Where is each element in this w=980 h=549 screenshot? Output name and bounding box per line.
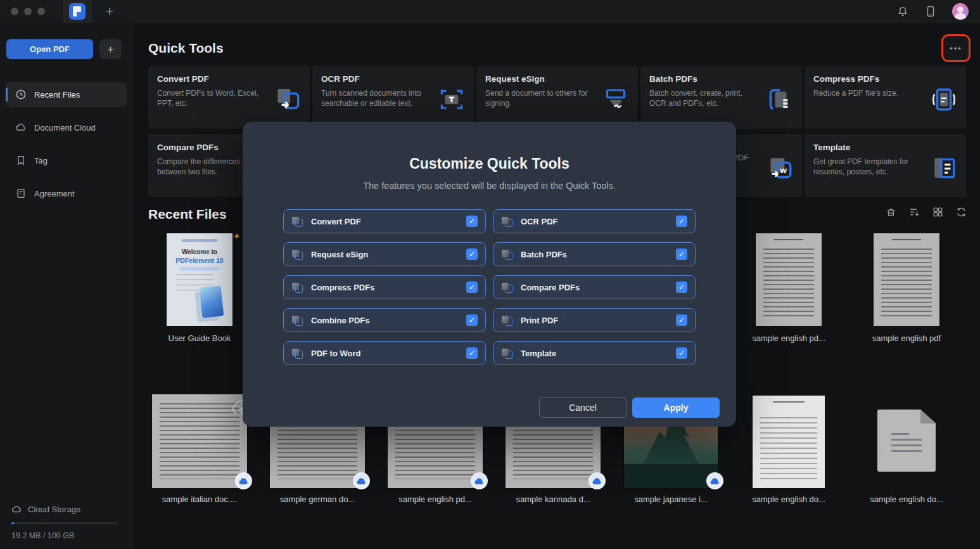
- batch-pdfs-icon: [765, 85, 794, 114]
- file-item[interactable]: sample english do...: [848, 394, 965, 507]
- refresh-icon[interactable]: [955, 205, 968, 219]
- sidebar-nav: Recent Files Document Cloud Tag: [0, 82, 132, 206]
- file-name: sample kannada d...: [497, 494, 609, 504]
- cloud-synced-icon: [589, 472, 606, 489]
- option-pdf-to-word[interactable]: PDF to Word ✓: [283, 341, 486, 365]
- option-request-esign[interactable]: Request eSign ✓: [283, 242, 486, 266]
- apply-button[interactable]: Apply: [632, 397, 720, 418]
- checkbox-checked[interactable]: ✓: [676, 281, 687, 293]
- combine-pdfs-icon: [291, 314, 303, 326]
- card-convert-pdf[interactable]: Convert PDF Convert PDFs to Word, Excel,…: [148, 66, 310, 129]
- customize-quick-tools-dialog: Customize Quick Tools The features you s…: [243, 122, 736, 427]
- file-name: sample italian doc....: [144, 494, 255, 504]
- file-name: sample german do...: [262, 494, 373, 504]
- dialog-subtitle: The features you selected will be displa…: [243, 181, 736, 191]
- notification-bell-icon[interactable]: [896, 5, 909, 18]
- checkbox-checked[interactable]: ✓: [466, 281, 478, 293]
- quick-tools-options: Convert PDF ✓ OCR PDF ✓ Request eSign ✓ …: [283, 209, 696, 365]
- mobile-device-icon[interactable]: [924, 5, 937, 18]
- add-file-button[interactable]: +: [99, 39, 122, 59]
- file-thumbnail: [756, 233, 822, 326]
- guide-cover-logo: [182, 239, 217, 242]
- trash-icon[interactable]: [884, 205, 898, 219]
- option-compress-pdfs[interactable]: Compress PDFs ✓: [283, 275, 486, 299]
- sidebar-item-label: Document Cloud: [34, 123, 96, 132]
- ocr-pdf-icon: [501, 216, 512, 227]
- quick-tools-row-1: Convert PDF Convert PDFs to Word, Excel,…: [148, 66, 966, 129]
- cloud-synced-icon: [353, 472, 370, 489]
- file-name: sample english do...: [733, 494, 844, 504]
- request-esign-icon: [601, 85, 630, 114]
- option-combine-pdfs[interactable]: Combine PDFs ✓: [283, 308, 486, 332]
- cancel-button[interactable]: Cancel: [539, 397, 627, 418]
- option-template[interactable]: Template ✓: [493, 341, 696, 365]
- option-print-pdf[interactable]: Print PDF ✓: [493, 308, 696, 332]
- convert-pdf-icon: [273, 85, 302, 114]
- recent-files-toolbar: [884, 205, 968, 219]
- option-convert-pdf[interactable]: Convert PDF ✓: [283, 209, 486, 233]
- card-compress-pdfs[interactable]: Compress PDFs Reduce a PDF file's size.: [805, 66, 966, 129]
- titlebar: +: [0, 0, 980, 23]
- checkbox-checked[interactable]: ✓: [466, 347, 478, 359]
- zoom-window-button[interactable]: [37, 8, 45, 15]
- file-name: sample english pd...: [733, 333, 844, 343]
- request-esign-icon: [291, 249, 303, 260]
- checkbox-checked[interactable]: ✓: [676, 249, 687, 260]
- cloud-synced-icon: [235, 472, 252, 489]
- checkbox-checked[interactable]: ✓: [466, 216, 478, 227]
- template-icon: [929, 153, 958, 183]
- close-window-button[interactable]: [11, 8, 18, 15]
- checkbox-checked[interactable]: ✓: [676, 314, 687, 326]
- sort-icon[interactable]: [908, 205, 921, 219]
- file-thumbnail: Welcome to PDFelement 10: [167, 233, 232, 326]
- checkbox-checked[interactable]: ✓: [466, 249, 478, 260]
- sidebar-item-tag[interactable]: Tag: [6, 148, 127, 173]
- pdfelement-logo-icon: [69, 3, 86, 20]
- file-item[interactable]: sample english do...: [730, 394, 848, 507]
- sidebar-item-document-cloud[interactable]: Document Cloud: [6, 115, 127, 140]
- bookmark-icon: [15, 155, 27, 166]
- app-tab[interactable]: [63, 0, 92, 23]
- card-template[interactable]: Template Get great PDF templates for res…: [805, 134, 966, 197]
- grid-view-icon[interactable]: [931, 205, 945, 219]
- file-item[interactable]: sample english pdf: [848, 233, 965, 346]
- quick-tools-title: Quick Tools: [148, 41, 224, 56]
- minimize-window-button[interactable]: [24, 8, 32, 15]
- app-window: + Open PDF +: [0, 0, 980, 549]
- more-tools-button annotation-highlight[interactable]: •••: [941, 34, 970, 62]
- dialog-title: Customize Quick Tools: [243, 155, 736, 172]
- sidebar-item-label: Tag: [34, 156, 48, 165]
- sidebar-item-label: Agreement: [34, 189, 75, 198]
- checkbox-checked[interactable]: ✓: [676, 347, 687, 359]
- sidebar-item-recent-files[interactable]: Recent Files: [6, 82, 127, 107]
- cloud-synced-icon: [471, 472, 488, 489]
- checkbox-checked[interactable]: ✓: [676, 216, 687, 227]
- file-item[interactable]: sample italian doc....: [141, 394, 258, 507]
- favorite-star-icon: ✦: [232, 231, 241, 242]
- compress-pdfs-icon: [291, 281, 303, 293]
- user-avatar[interactable]: [952, 3, 969, 20]
- option-compare-pdfs[interactable]: Compare PDFs ✓: [493, 275, 696, 299]
- clock-icon: [15, 89, 27, 100]
- compare-pdfs-icon: [501, 281, 512, 293]
- open-pdf-button[interactable]: Open PDF: [6, 39, 93, 59]
- file-thumbnail: [753, 396, 825, 488]
- option-ocr-pdf[interactable]: OCR PDF ✓: [493, 209, 696, 233]
- batch-pdfs-icon: [501, 249, 512, 260]
- file-item-user-guide[interactable]: Welcome to PDFelement 10 ✦ User Guide Bo…: [141, 233, 258, 346]
- checkbox-checked[interactable]: ✓: [466, 314, 478, 326]
- file-name: sample english pd...: [379, 494, 491, 504]
- print-pdf-icon: [501, 314, 512, 326]
- pdf-to-word-icon: [291, 347, 303, 359]
- convert-pdf-icon: [291, 216, 303, 227]
- card-batch-pdfs[interactable]: Batch PDFs Batch convert, create, print,…: [640, 66, 802, 129]
- new-tab-button[interactable]: +: [106, 5, 113, 18]
- sidebar-item-agreement[interactable]: Agreement: [6, 181, 127, 206]
- option-batch-pdfs[interactable]: Batch PDFs ✓: [493, 242, 696, 266]
- card-request-esign[interactable]: Request eSign Send a document to others …: [476, 66, 638, 129]
- file-item[interactable]: sample english pd...: [730, 233, 848, 346]
- guide-cover-line1: Welcome to: [182, 249, 217, 255]
- cloud-storage-panel: Cloud Storage 19.2 MB / 100 GB: [0, 504, 133, 540]
- card-ocr-pdf[interactable]: OCR PDF Turn scanned documents into sear…: [312, 66, 474, 129]
- cloud-synced-icon: [706, 472, 723, 489]
